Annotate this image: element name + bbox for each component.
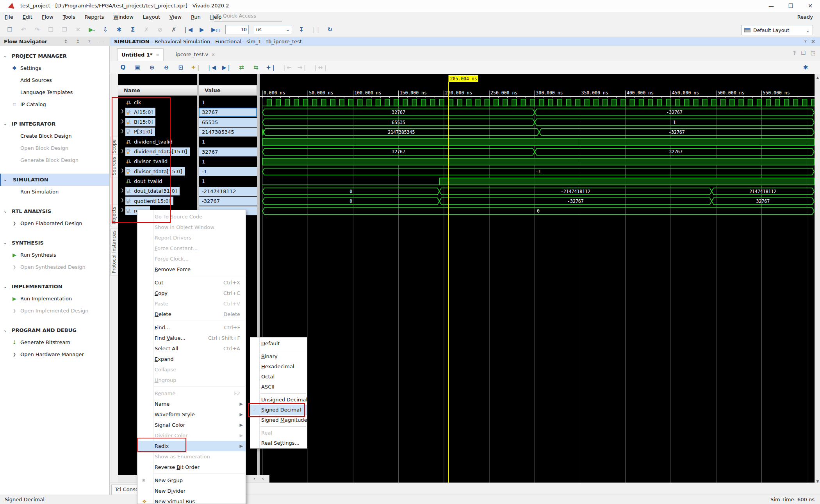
zoom-in-button[interactable]: ⊕: [148, 63, 156, 72]
next-transition-button[interactable]: ▶❘: [222, 63, 231, 72]
menu-window[interactable]: Window: [109, 12, 138, 22]
signal-value-cell[interactable]: 1: [199, 137, 257, 146]
menu-item-delete[interactable]: DeleteDelete: [137, 309, 246, 319]
signal-value-cell[interactable]: -32767: [199, 197, 257, 206]
signal-value-cell[interactable]: 32767: [199, 147, 257, 156]
run-all-button[interactable]: ▶: [198, 25, 206, 34]
flow-navigator-header-icons[interactable]: ↨ ↕ ? —: [64, 37, 107, 46]
menu-item-cut[interactable]: CutCtrl+X: [137, 277, 246, 288]
menu-item-hexadecimal[interactable]: Hexadecimal: [250, 362, 307, 372]
menu-tools[interactable]: Tools: [58, 12, 80, 22]
waveform-canvas[interactable]: 0.000 ns50.000 ns100.000 ns150.000 ns200…: [260, 74, 815, 485]
go-to-time-button[interactable]: ✦❘: [191, 63, 201, 72]
menu-item-ascii[interactable]: ASCII: [250, 382, 307, 392]
close-tab-icon[interactable]: ✕: [211, 52, 215, 57]
signal-value-cell[interactable]: 1: [199, 177, 257, 186]
flow-section-synthesis[interactable]: ⌄SYNTHESIS: [0, 237, 109, 249]
flow-item-open-elaborated-design[interactable]: ❯Open Elaborated Design: [0, 217, 109, 229]
vertical-scrollbar[interactable]: ▲ ▼: [815, 74, 820, 485]
scroll-right-icon[interactable]: ›: [253, 476, 255, 481]
simulation-time-input[interactable]: [225, 25, 249, 34]
menu-item-expand[interactable]: Expand: [137, 354, 246, 364]
flow-section-rtl-analysis[interactable]: ⌄RTL ANALYSIS: [0, 205, 109, 217]
flow-section-ip-integrator[interactable]: ⌄IP INTEGRATOR: [0, 118, 109, 130]
run-button[interactable]: ▶▾: [87, 25, 96, 34]
previous-transition-button[interactable]: ❘◀: [207, 63, 216, 72]
close-panel-icon[interactable]: ✕: [811, 37, 815, 46]
menu-item-signal-color[interactable]: Signal Color▶: [137, 420, 246, 430]
menu-item-remove-force[interactable]: Remove Force: [137, 264, 246, 275]
help-icon[interactable]: ?: [793, 50, 796, 56]
menu-item-find-value-[interactable]: Find Value...Ctrl+Shift+F: [137, 333, 246, 343]
zoom-out-button[interactable]: ⊖: [162, 63, 171, 72]
step-button[interactable]: ⇩: [101, 25, 110, 34]
help-icon[interactable]: ?: [804, 37, 807, 46]
menu-item-binary[interactable]: Binary: [250, 351, 307, 362]
tab-ipcore-test-v[interactable]: ipcore_test.v✕: [172, 48, 219, 61]
menu-item-new-divider[interactable]: New Divider: [137, 486, 246, 496]
flow-item-generate-bitstream[interactable]: ⇣Generate Bitstream: [0, 336, 109, 348]
menu-item-find-[interactable]: Find...Ctrl+F: [137, 322, 246, 333]
flow-section-program-and-debug[interactable]: ⌄PROGRAM AND DEBUG: [0, 324, 109, 336]
menu-reports[interactable]: Reports: [80, 12, 109, 22]
swap-before-button[interactable]: ⇄: [237, 63, 246, 72]
menu-run[interactable]: Run: [186, 12, 205, 22]
swap-after-button[interactable]: ⇆: [251, 63, 260, 72]
flow-section-implementation[interactable]: ⌄IMPLEMENTATION: [0, 280, 109, 293]
find-button[interactable]: Q: [119, 63, 127, 72]
flow-item-run-simulation[interactable]: Run Simulation: [0, 186, 109, 198]
flow-item-create-block-design[interactable]: Create Block Design: [0, 130, 109, 142]
menu-view[interactable]: View: [165, 12, 186, 22]
menu-item-octal[interactable]: Octal: [250, 372, 307, 382]
menu-edit[interactable]: Edit: [18, 12, 37, 22]
flow-item-open-hardware-manager[interactable]: ❯Open Hardware Manager: [0, 348, 109, 360]
restart-sim-button[interactable]: ❘◀: [183, 25, 193, 34]
step-time-button[interactable]: ↧: [297, 25, 306, 34]
menu-item-reverse-bit-order[interactable]: Reverse Bit Order: [137, 462, 246, 472]
flow-item-settings[interactable]: ✱Settings: [0, 62, 109, 74]
minimize-button[interactable]: —: [761, 0, 781, 12]
zoom-fit-button[interactable]: ⊡: [176, 63, 185, 72]
signal-value-cell[interactable]: -1: [199, 167, 257, 176]
flow-item-language-templates[interactable]: Language Templates: [0, 86, 109, 98]
menu-layout[interactable]: Layout: [138, 12, 165, 22]
menu-file[interactable]: File: [0, 12, 18, 22]
signal-value-cell[interactable]: 2147385345: [199, 128, 257, 137]
layout-selector[interactable]: Default Layout ⌄: [741, 25, 813, 35]
add-marker-button[interactable]: +❘: [266, 63, 276, 72]
quick-access-search[interactable]: Q· Quick Access: [214, 13, 282, 22]
scroll-up-icon[interactable]: ▲: [815, 76, 820, 80]
menu-item-name[interactable]: Name▶: [137, 399, 246, 409]
report-button[interactable]: Σ: [128, 25, 137, 34]
save-waveform-button[interactable]: ▣: [133, 63, 142, 72]
signal-value-cell[interactable]: 65535: [199, 118, 257, 127]
signal-value-cell[interactable]: 1: [199, 98, 257, 107]
flow-item-run-implementation[interactable]: ▶Run Implementation: [0, 293, 109, 305]
flow-section-project-manager[interactable]: ⌄PROJECT MANAGER: [0, 50, 109, 62]
menu-flow[interactable]: Flow: [37, 12, 58, 22]
tab-untitled-1-[interactable]: Untitled 1*✕: [117, 48, 164, 61]
flow-section-simulation[interactable]: ⌄SIMULATION: [0, 174, 109, 186]
value-column-header[interactable]: Value: [199, 85, 257, 96]
signal-value-cell[interactable]: 32767: [199, 108, 257, 117]
clear-breakpoints-button[interactable]: ✗: [169, 25, 178, 34]
run-trigger-button[interactable]: ▶(T): [211, 25, 220, 34]
name-column-header[interactable]: Name: [118, 85, 197, 96]
wave-settings-gear-icon[interactable]: ✱: [801, 63, 810, 72]
open-recent-button[interactable]: ❒: [5, 25, 14, 34]
settings-button[interactable]: ✱: [115, 25, 123, 34]
flow-item-ip-catalog[interactable]: ⌗IP Catalog: [0, 98, 109, 110]
time-unit-select[interactable]: us⌄: [254, 25, 292, 34]
flow-item-run-synthesis[interactable]: ▶Run Synthesis: [0, 249, 109, 261]
menu-item-select-all[interactable]: Select AllCtrl+A: [137, 343, 246, 354]
menu-item-copy[interactable]: CopyCtrl+C: [137, 288, 246, 298]
scroll-left-icon[interactable]: ‹: [262, 476, 264, 481]
close-button[interactable]: ✕: [800, 0, 820, 12]
flow-item-add-sources[interactable]: Add Sources: [0, 74, 109, 86]
signal-value-cell[interactable]: -2147418112: [199, 187, 257, 196]
side-tab-protocol-instances[interactable]: Protocol Instances: [111, 228, 119, 276]
maximize-panel-icon[interactable]: ◳: [811, 50, 815, 56]
menu-item-new-virtual-bus[interactable]: ❖New Virtual Bus: [137, 496, 246, 504]
menu-item-default[interactable]: Default: [250, 339, 307, 349]
menu-item-waveform-style[interactable]: Waveform Style▶: [137, 409, 246, 420]
